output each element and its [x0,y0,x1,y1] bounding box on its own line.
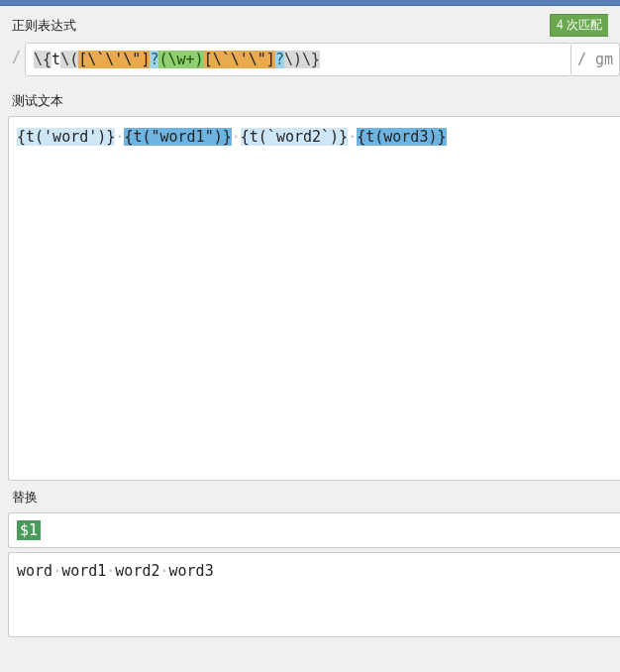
tok-escape-open-paren: \( [60,51,78,68]
result-word-2: word1 [61,562,106,580]
regex-section-header: 正则表达式 4 次匹配 [0,6,620,43]
tok-char-class-2: [\`\'\"] [204,51,275,68]
replace-section-header: 替换 [0,481,620,512]
replace-input[interactable]: $1 [8,512,620,548]
tok-group-close: ) [195,51,204,68]
match-4: {t(word3)} [357,128,446,146]
regex-close-slash: / [577,51,586,68]
match-sep: · [348,128,357,146]
regex-flags: gm [595,51,613,68]
tok-group-open: ( [158,51,167,68]
match-1: {t('word')} [17,128,115,146]
tok-escape-close-paren: \) [284,51,302,68]
match-3: {t(`word2`)} [241,128,348,146]
regex-flags-box[interactable]: / gm [571,43,620,76]
tok-char-class-1: [\`\'\"] [78,51,150,68]
match-sep: · [232,128,241,146]
result-word-1: word [17,562,52,580]
test-textarea[interactable]: {t('word')}·{t("word1")}·{t(`word2`)}·{t… [8,116,620,481]
tok-word-plus: \w+ [168,51,195,68]
regex-open-slash: / [8,43,25,76]
tok-escape-close-brace: \} [302,51,320,68]
regex-label: 正则表达式 [12,17,76,35]
result-output: word·word1·word2·word3 [8,552,620,637]
match-2: {t("word1")} [124,128,231,146]
replace-label: 替换 [12,489,38,506]
tok-literal-t: t [52,51,60,68]
regex-input[interactable]: \{t\([\`\'\"]?(\w+)[\`\'\"]?\)\} [25,43,571,76]
match-count-badge: 4 次匹配 [550,14,608,37]
regex-row: / \{t\([\`\'\"]?(\w+)[\`\'\"]?\)\} / gm [0,43,620,76]
result-sep: · [160,562,169,580]
result-sep: · [106,562,115,580]
result-word-4: word3 [169,562,214,580]
replace-capture-ref: $1 [17,520,41,540]
result-sep: · [52,562,61,580]
tok-quant-2: ? [275,51,284,68]
test-section-header: 测试文本 [0,84,620,116]
tok-escape-open-brace: \{ [34,51,52,68]
test-label: 测试文本 [12,92,63,110]
result-word-3: word2 [115,562,159,580]
